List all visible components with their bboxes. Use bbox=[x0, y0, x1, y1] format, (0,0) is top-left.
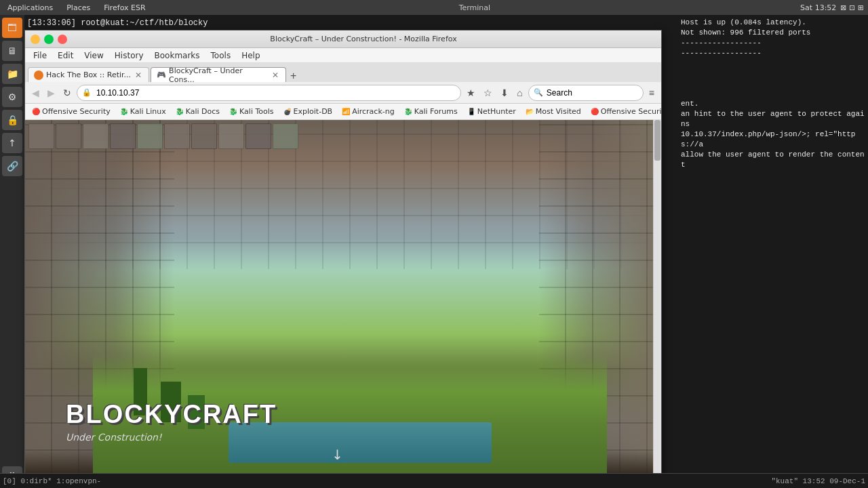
search-input[interactable] bbox=[528, 85, 644, 101]
bookmark-mostvisited-label: Most Visited bbox=[536, 107, 581, 116]
taskbar-top: Applications Places Firefox ESR Terminal… bbox=[0, 0, 868, 15]
tab-htb-icon bbox=[34, 70, 43, 80]
browser-maximize-btn[interactable] bbox=[44, 35, 54, 44]
bookmark-kalidocs-icon: 🐉 bbox=[176, 108, 184, 115]
search-icon: 🔍 bbox=[534, 88, 543, 97]
taskbar-bottom-left: [0] 0:dirb* 1:openvpn- bbox=[3, 477, 771, 485]
sidebar-icon-7[interactable]: 🔗 bbox=[2, 156, 22, 176]
right-line-5: ------------------ bbox=[681, 48, 865, 58]
menu-button[interactable]: ≡ bbox=[646, 86, 657, 100]
reload-button[interactable]: ↻ bbox=[60, 86, 74, 100]
bookmark-exploitdb[interactable]: 💣 Exploit-DB bbox=[279, 106, 337, 117]
menu-view[interactable]: View bbox=[79, 49, 108, 62]
bookmark-kalilinux-label: Kali Linux bbox=[130, 107, 166, 116]
mc-page-title-area: BLOCKYCRAFT Under Construction! bbox=[66, 400, 277, 443]
scrollbar-thumb[interactable] bbox=[654, 120, 660, 161]
pocket-button[interactable]: ⬇ bbox=[498, 86, 511, 100]
scrollbar-track[interactable] bbox=[653, 120, 661, 476]
search-wrap: 🔍 bbox=[528, 85, 644, 101]
right-line-7: ent. bbox=[681, 99, 865, 109]
menu-file[interactable]: File bbox=[28, 49, 52, 62]
bookmark-kalidocs[interactable]: 🐉 Kali Docs bbox=[172, 106, 224, 117]
sidebar-icon-4[interactable]: ⚙ bbox=[2, 87, 22, 107]
bookmark-kaliforums[interactable]: 🐉 Kali Forums bbox=[400, 106, 462, 117]
menu-bookmarks[interactable]: Bookmarks bbox=[149, 49, 205, 62]
bookmark-offsec-icon: 🔴 bbox=[32, 108, 40, 115]
left-sidebar: 🗔 🖥 📁 ⚙ 🔒 ↑ 🔗 ⠿ bbox=[0, 15, 24, 488]
firefox-menu[interactable]: Firefox ESR bbox=[100, 2, 149, 14]
browser-toolbar: ◀ ▶ ↻ 🔒 ★ ☆ ⬇ ⌂ 🔍 ≡ bbox=[25, 82, 661, 104]
bookmark-offsec[interactable]: 🔴 Offensive Security bbox=[28, 106, 115, 117]
right-line-10: allow the user agent to render the conte… bbox=[681, 150, 865, 170]
lock-icon: 🔒 bbox=[82, 88, 92, 97]
bookmark-kalitools-label: Kali Tools bbox=[239, 107, 273, 116]
browser-menubar: File Edit View History Bookmarks Tools H… bbox=[25, 48, 661, 63]
menu-help[interactable]: Help bbox=[236, 49, 265, 62]
mc-site-subtitle: Under Construction! bbox=[66, 432, 277, 443]
tab-blocky[interactable]: 🎮 BlockyCraft – Under Cons... ✕ bbox=[151, 67, 286, 82]
bookmark-aircrack[interactable]: 📶 Aircrack-ng bbox=[338, 106, 399, 117]
bookmark-aircrack-label: Aircrack-ng bbox=[352, 107, 395, 116]
sidebar-icon-3[interactable]: 📁 bbox=[2, 64, 22, 84]
bookmark-kalilinux[interactable]: 🐉 Kali Linux bbox=[116, 106, 170, 117]
forward-button[interactable]: ▶ bbox=[45, 86, 58, 100]
tab-blocky-label: BlockyCraft – Under Cons... bbox=[169, 66, 268, 84]
bookmark-aircrack-icon: 📶 bbox=[342, 108, 350, 115]
new-tab-button[interactable]: + bbox=[288, 70, 299, 82]
taskbar-bottom-right: "kuat" 13:52 09-Dec-1 bbox=[771, 477, 865, 485]
bookmark-exploitdb-label: Exploit-DB bbox=[294, 107, 333, 116]
right-line-2: Not shown: 996 filtered ports bbox=[681, 28, 865, 38]
bookmark-star-button[interactable]: ★ bbox=[464, 86, 478, 100]
applications-menu[interactable]: Applications bbox=[4, 2, 56, 14]
bookmark-kalitools[interactable]: 🐉 Kali Tools bbox=[225, 106, 277, 117]
bookmark-kaliforums-label: Kali Forums bbox=[414, 107, 458, 116]
stone-grid-tl bbox=[28, 123, 298, 230]
places-menu[interactable]: Places bbox=[63, 2, 94, 14]
mc-background: BLOCKYCRAFT Under Construction! ↓ bbox=[25, 120, 661, 476]
bookmark-mostvisited[interactable]: 📂 Most Visited bbox=[521, 106, 585, 117]
right-line-9: 10.10.37/index.php/wp-json/>; rel="https… bbox=[681, 129, 865, 150]
tab-htb-label: Hack The Box :: Retir... bbox=[46, 70, 131, 79]
bookmark-exploitdb-icon: 💣 bbox=[283, 108, 292, 115]
reading-list-button[interactable]: ☆ bbox=[481, 86, 495, 100]
taskbar-title: Terminal bbox=[459, 3, 491, 12]
bookmark-kalitools-icon: 🐉 bbox=[229, 108, 237, 115]
right-line-8: an hint to the user agent to protect aga… bbox=[681, 109, 865, 129]
sidebar-icon-6[interactable]: ↑ bbox=[2, 133, 22, 153]
menu-edit[interactable]: Edit bbox=[52, 49, 79, 62]
browser-minimize-btn[interactable] bbox=[31, 35, 40, 44]
bookmark-kalidocs-label: Kali Docs bbox=[186, 107, 220, 116]
sidebar-icon-1[interactable]: 🗔 bbox=[2, 18, 22, 38]
taskbar-right: Sat 13:52 ⊠ ⊡ ⊞ bbox=[800, 3, 864, 12]
home-button[interactable]: ⌂ bbox=[514, 86, 525, 100]
terminal-right: Host is up (0.084s latency). Not shown: … bbox=[678, 15, 868, 488]
tab-bar: Hack The Box :: Retir... ✕ 🎮 BlockyCraft… bbox=[25, 63, 661, 82]
bookmark-offsec2-label: Offensive Security bbox=[601, 107, 661, 116]
sidebar-icon-5[interactable]: 🔒 bbox=[2, 110, 22, 130]
bookmark-kalilinux-icon: 🐉 bbox=[120, 108, 128, 115]
bookmark-kaliforums-icon: 🐉 bbox=[404, 108, 412, 115]
sidebar-icon-2[interactable]: 🖥 bbox=[2, 41, 22, 61]
browser-content: BLOCKYCRAFT Under Construction! ↓ bbox=[25, 120, 661, 476]
bookmark-nethunter-label: NetHunter bbox=[477, 107, 516, 116]
terrain-layer bbox=[25, 287, 661, 476]
bookmarks-bar: 🔴 Offensive Security 🐉 Kali Linux 🐉 Kali… bbox=[25, 104, 661, 120]
tab-blocky-close[interactable]: ✕ bbox=[271, 70, 280, 80]
browser-titlebar: BlockyCraft – Under Construction! - Mozi… bbox=[25, 30, 661, 48]
menu-history[interactable]: History bbox=[109, 49, 149, 62]
menu-tools[interactable]: Tools bbox=[205, 49, 237, 62]
bookmark-nethunter[interactable]: 📱 NetHunter bbox=[463, 106, 520, 117]
right-line-1: Host is up (0.084s latency). bbox=[681, 18, 865, 28]
browser-window: BlockyCraft – Under Construction! - Mozi… bbox=[24, 30, 662, 477]
tab-htb[interactable]: Hack The Box :: Retir... ✕ bbox=[28, 67, 149, 82]
scroll-down-indicator: ↓ bbox=[332, 447, 343, 463]
terminal-line-1: [13:33:06] root@kuat:~/ctf/htb/blocky bbox=[27, 18, 675, 28]
taskbar-tray-icons: ⊠ ⊡ ⊞ bbox=[840, 3, 864, 12]
right-line-4: ------------------ bbox=[681, 38, 865, 48]
tab-htb-close[interactable]: ✕ bbox=[134, 70, 143, 80]
bookmark-offsec2[interactable]: 🔴 Offensive Security bbox=[587, 106, 661, 117]
address-bar[interactable] bbox=[77, 85, 461, 101]
back-button[interactable]: ◀ bbox=[29, 86, 42, 100]
browser-close-btn[interactable] bbox=[58, 35, 67, 44]
bookmark-offsec-label: Offensive Security bbox=[42, 107, 111, 116]
